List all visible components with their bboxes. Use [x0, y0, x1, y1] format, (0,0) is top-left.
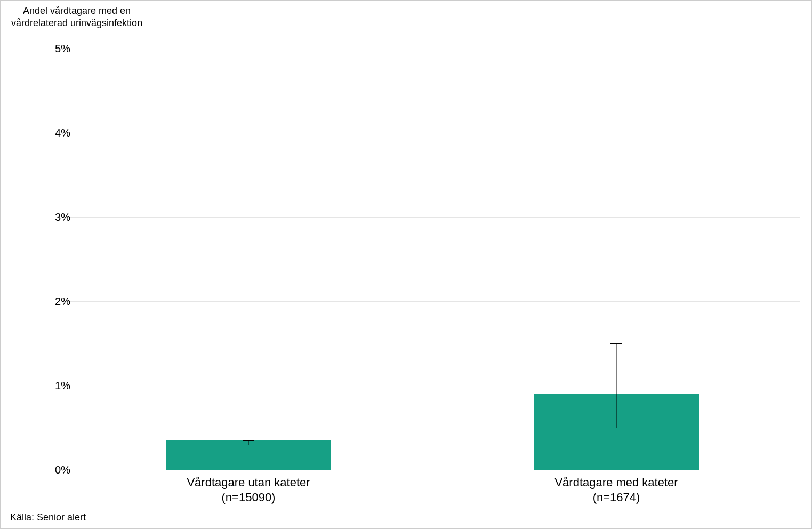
gridline: [65, 49, 800, 49]
gridline: [65, 133, 800, 133]
y-tick-label: 0%: [38, 464, 70, 476]
y-tick-label: 3%: [38, 211, 70, 223]
y-tick-label: 4%: [38, 127, 70, 139]
gridline: [65, 217, 800, 218]
gridline: [65, 301, 800, 302]
error-bar: [616, 343, 617, 428]
x-axis-line: [65, 470, 800, 470]
error-cap-top: [243, 440, 254, 441]
source-label: Källa: Senior alert: [10, 512, 86, 523]
error-bar: [248, 440, 249, 445]
error-cap-top: [610, 343, 622, 344]
plot-area: [65, 49, 800, 470]
x-tick-label: Vårdtagare med kateter(n=1674): [554, 475, 678, 504]
error-cap-bottom: [243, 445, 254, 445]
x-tick-label: Vårdtagare utan kateter(n=15090): [187, 475, 310, 504]
subtitle-line2: vårdrelaterad urinvägsinfektion: [11, 17, 142, 29]
error-cap-bottom: [610, 428, 622, 428]
chart-frame: Andel vårdtagare med en vårdrelaterad ur…: [0, 0, 812, 529]
y-tick-label: 1%: [38, 380, 70, 392]
y-tick-label: 2%: [38, 295, 70, 308]
x-tick-line1: Vårdtagare utan kateter: [187, 475, 310, 490]
y-tick-label: 5%: [38, 43, 70, 55]
chart-subtitle: Andel vårdtagare med en vårdrelaterad ur…: [11, 5, 142, 29]
x-tick-line2: (n=1674): [554, 490, 678, 505]
x-tick-line1: Vårdtagare med kateter: [554, 475, 678, 490]
gridline: [65, 386, 800, 386]
x-tick-line2: (n=15090): [187, 490, 310, 505]
subtitle-line1: Andel vårdtagare med en: [11, 5, 142, 17]
